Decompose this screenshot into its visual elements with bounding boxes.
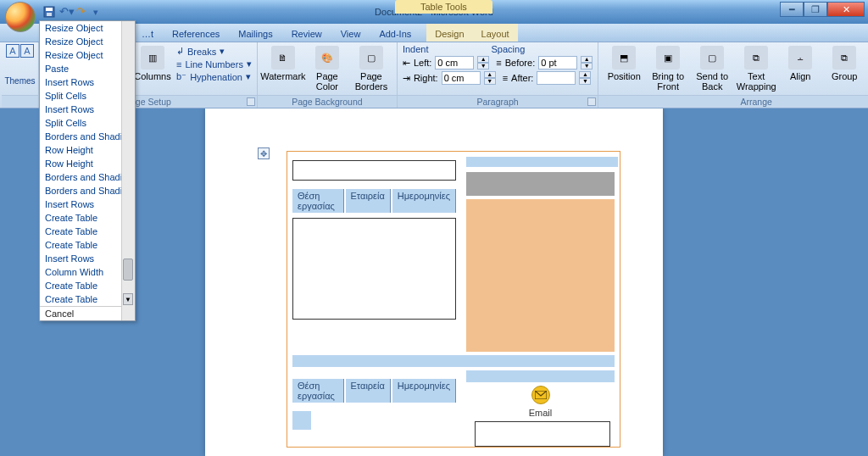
minimize-button[interactable]: ━: [780, 2, 804, 17]
tab-review[interactable]: Review: [283, 26, 331, 42]
company-header-2: Εταιρεία: [346, 379, 391, 403]
tab-insert[interactable]: …t: [133, 26, 162, 42]
undo-item[interactable]: Create Table: [40, 279, 121, 292]
text-wrapping-icon: ⧉: [744, 46, 768, 70]
columns-button[interactable]: ▥Columns: [132, 44, 173, 81]
decoration: [466, 157, 618, 167]
undo-item[interactable]: Split Cells: [40, 116, 121, 130]
undo-item[interactable]: Borders and Shading: [40, 130, 121, 143]
undo-cancel[interactable]: Cancel: [40, 306, 121, 320]
theme-a1-icon[interactable]: A: [6, 44, 19, 58]
tab-design[interactable]: Design: [426, 26, 472, 42]
qat-customize-icon[interactable]: ▾: [93, 7, 98, 18]
send-back-button[interactable]: ▢Send to Back: [692, 44, 732, 92]
table-move-handle[interactable]: ✥: [258, 147, 270, 159]
page-background-label: Page Background: [258, 95, 397, 108]
email-field[interactable]: [475, 421, 610, 447]
spin-down[interactable]: ▼: [579, 78, 591, 85]
dropdown-scrollbar[interactable]: ▼: [121, 21, 135, 320]
undo-item[interactable]: Insert Rows: [40, 197, 121, 211]
spacing-before-input[interactable]: [538, 56, 577, 70]
indent-left-input[interactable]: [435, 56, 474, 70]
tab-view[interactable]: View: [332, 26, 370, 42]
group-arrange: ⬒Position ▣Bring to Front ▢Send to Back …: [598, 42, 868, 108]
save-icon[interactable]: [42, 5, 56, 19]
watermark-button[interactable]: 🗎Watermark: [263, 44, 303, 81]
undo-item[interactable]: Insert Rows: [40, 103, 121, 116]
photo-placeholder[interactable]: [466, 172, 615, 196]
spin-up[interactable]: ▲: [484, 71, 496, 78]
undo-item[interactable]: Insert Rows: [40, 75, 121, 89]
tab-references[interactable]: References: [164, 26, 228, 42]
undo-item[interactable]: Resize Object: [40, 48, 121, 62]
page-color-button[interactable]: 🎨Page Color: [307, 44, 348, 92]
send-back-icon: ▢: [700, 46, 724, 70]
page[interactable]: ✥ Θέση εργασίας Εταιρεία Ημερομηνίες: [205, 108, 663, 456]
undo-item[interactable]: Resize Object: [40, 35, 121, 48]
svg-rect-2: [47, 13, 52, 16]
scrollbar-thumb[interactable]: [123, 259, 133, 281]
job-title-header: Θέση εργασίας: [292, 189, 344, 213]
undo-icon[interactable]: ↶▾: [59, 5, 73, 19]
paragraph-launcher[interactable]: [587, 97, 596, 106]
theme-a2-icon[interactable]: A: [20, 44, 34, 58]
tab-addins[interactable]: Add-Ins: [370, 26, 420, 42]
scrollbar-down-icon[interactable]: ▼: [123, 293, 133, 305]
undo-item[interactable]: Split Cells: [40, 89, 121, 103]
breaks-button[interactable]: ↲Breaks ▾: [176, 46, 252, 57]
undo-item[interactable]: Paste: [40, 62, 121, 75]
company-header: Εταιρεία: [346, 189, 391, 213]
page-borders-icon: ▢: [359, 46, 383, 70]
undo-item[interactable]: Create Table: [40, 292, 121, 306]
maximize-button[interactable]: ❐: [804, 2, 827, 17]
spin-up[interactable]: ▲: [477, 56, 489, 63]
spacing-after-input[interactable]: [537, 71, 576, 85]
undo-item[interactable]: Create Table: [40, 225, 121, 238]
undo-item[interactable]: Row Height: [40, 143, 121, 157]
group-themes: A A Themes: [2, 42, 39, 108]
tab-layout[interactable]: Layout: [473, 26, 518, 42]
undo-item[interactable]: Borders and Shading: [40, 184, 121, 197]
spin-down[interactable]: ▼: [477, 63, 489, 70]
spin-down[interactable]: ▼: [581, 63, 593, 70]
job-title-header-2: Θέση εργασίας: [292, 379, 344, 403]
indent-right-input[interactable]: [442, 71, 481, 85]
breaks-icon: ↲: [176, 46, 184, 57]
page-borders-button[interactable]: ▢Page Borders: [351, 44, 392, 92]
tab-mailings[interactable]: Mailings: [230, 26, 281, 42]
undo-item[interactable]: Resize Object: [40, 21, 121, 35]
spin-down[interactable]: ▼: [484, 78, 496, 85]
email-icon: [531, 386, 550, 404]
undo-item[interactable]: Column Width: [40, 265, 121, 279]
line-numbers-button[interactable]: ≡Line Numbers ▾: [176, 58, 252, 70]
email-label: Email: [466, 408, 615, 418]
dates-header: Ημερομηνίες: [392, 189, 456, 213]
group-paragraph: Indent Spacing ⇤Left:▲▼ ≡Before:▲▼ ⇥Righ…: [398, 42, 598, 108]
bring-front-button[interactable]: ▣Bring to Front: [648, 44, 688, 92]
group-icon: ⧉: [832, 46, 856, 70]
svg-rect-1: [46, 8, 53, 11]
close-button[interactable]: ✕: [827, 2, 865, 17]
undo-item[interactable]: Create Table: [40, 211, 121, 225]
text-wrapping-button[interactable]: ⧉Text Wrapping: [736, 44, 776, 92]
indent-heading: Indent: [403, 44, 429, 54]
undo-item[interactable]: Borders and Shading: [40, 170, 121, 184]
redo-icon[interactable]: ↷: [76, 5, 90, 19]
decoration: [292, 355, 615, 367]
spin-up[interactable]: ▲: [579, 71, 591, 78]
resume-table[interactable]: Θέση εργασίας Εταιρεία Ημερομηνίες Θέση …: [287, 151, 620, 448]
spin-up[interactable]: ▲: [581, 56, 593, 63]
hyphenation-button[interactable]: b⁻Hyphenation ▾: [176, 71, 252, 82]
name-field[interactable]: [292, 160, 456, 181]
group-button[interactable]: ⧉Group: [824, 44, 865, 81]
align-icon: ⫠: [788, 46, 812, 70]
undo-item[interactable]: Row Height: [40, 157, 121, 170]
undo-item[interactable]: Create Table: [40, 238, 121, 252]
office-button[interactable]: [5, 2, 36, 32]
position-button[interactable]: ⬒Position: [604, 44, 644, 81]
page-setup-launcher[interactable]: [247, 97, 255, 106]
description-field[interactable]: [292, 218, 456, 320]
align-button[interactable]: ⫠Align: [780, 44, 821, 81]
undo-history-menu: Resize Object Resize Object Resize Objec…: [39, 20, 136, 321]
undo-item[interactable]: Insert Rows: [40, 252, 121, 265]
